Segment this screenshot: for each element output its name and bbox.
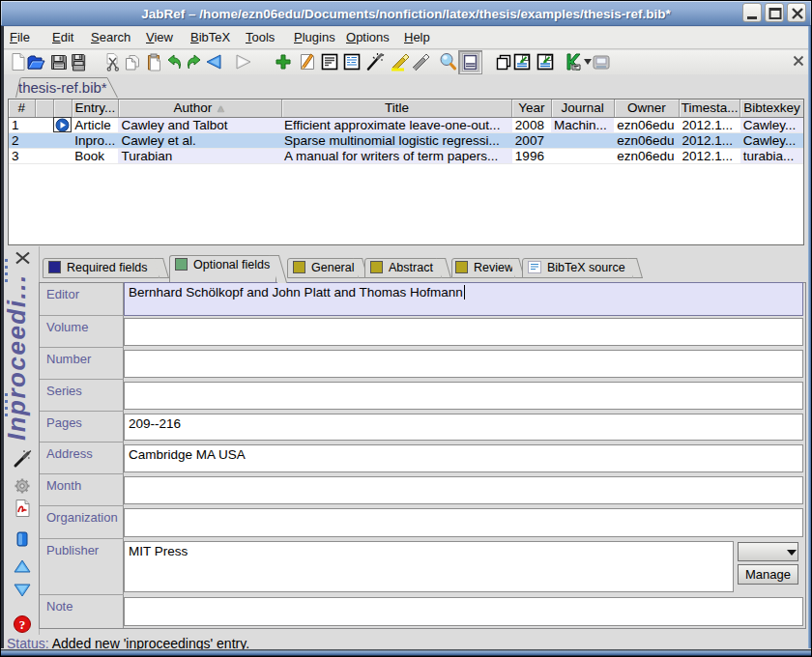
svg-text:?: ? [19, 617, 26, 632]
